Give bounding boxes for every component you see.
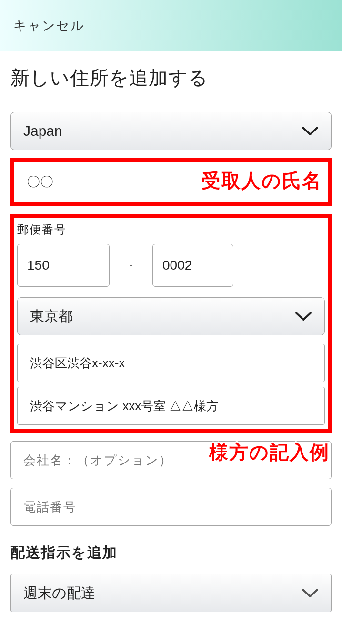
delivery-select[interactable]: 週末の配達 <box>10 574 332 612</box>
recipient-highlight-box: 受取人の氏名 <box>10 158 332 206</box>
postal-label: 郵便番号 <box>17 222 325 237</box>
header-bar: キャンセル <box>0 0 342 51</box>
phone-input[interactable] <box>10 488 332 526</box>
delivery-heading: 配送指示を追加 <box>10 543 332 563</box>
prefecture-selected-label: 東京都 <box>30 307 73 326</box>
prefecture-select[interactable]: 東京都 <box>17 297 325 335</box>
company-row: 様方の記入例 <box>10 441 332 479</box>
chevron-down-icon <box>302 588 319 598</box>
company-input[interactable] <box>10 441 332 479</box>
address-line1-input[interactable] <box>17 344 325 382</box>
address-line2-input[interactable] <box>17 387 325 425</box>
address-highlight-box: 郵便番号 - 東京都 <box>10 214 332 433</box>
form-content: 新しい住所を追加する Japan 受取人の氏名 郵便番号 - 東京都 <box>0 51 342 612</box>
postal-part2-input[interactable] <box>152 244 233 287</box>
chevron-down-icon <box>302 126 319 136</box>
delivery-selected-label: 週末の配達 <box>23 584 95 603</box>
postal-part1-input[interactable] <box>17 244 110 287</box>
page-title: 新しい住所を追加する <box>10 65 332 91</box>
postal-row: - <box>17 244 325 287</box>
country-selected-label: Japan <box>23 123 62 139</box>
cancel-button[interactable]: キャンセル <box>13 17 85 34</box>
chevron-down-icon <box>295 312 312 321</box>
postal-hyphen: - <box>110 259 152 272</box>
country-select[interactable]: Japan <box>10 112 332 150</box>
recipient-name-input[interactable] <box>17 165 325 199</box>
